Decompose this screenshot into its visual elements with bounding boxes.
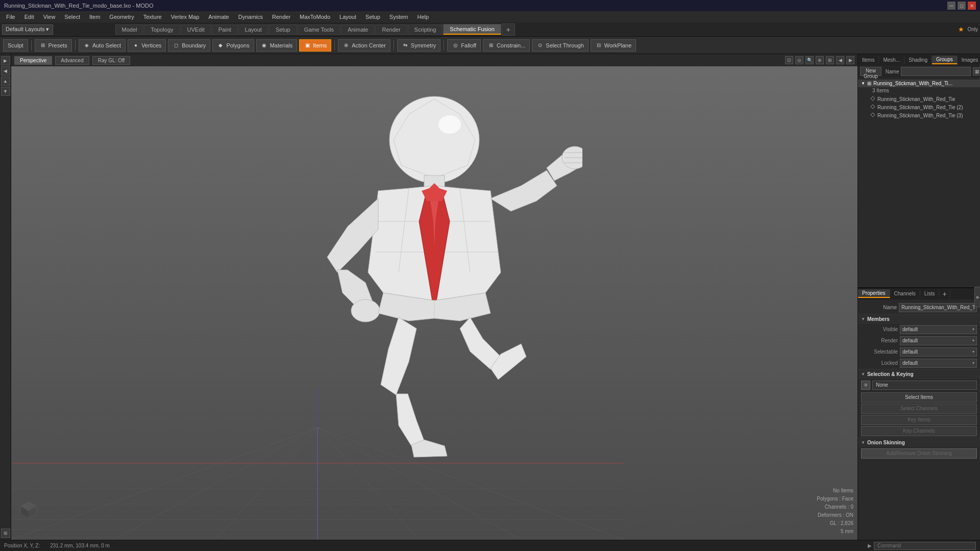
tab-animate[interactable]: Animate	[341, 24, 375, 35]
viewport-tab-perspective[interactable]: Perspective	[14, 56, 52, 65]
menu-item[interactable]: Item	[85, 13, 104, 21]
symmetry-label: Symmetry	[411, 42, 436, 48]
vp-icon-7[interactable]: ▶	[846, 56, 854, 64]
tab-schematicfusion[interactable]: Schematic Fusion	[443, 24, 501, 35]
tab-mesh[interactable]: Mesh...	[879, 56, 904, 64]
minimize-button[interactable]: ─	[947, 2, 955, 10]
sidebar-btn-1[interactable]: ▶	[1, 56, 10, 65]
workplane-button[interactable]: ⊟ WorkPlane	[591, 39, 636, 52]
symmetry-button[interactable]: ⇆ Symmetry	[397, 39, 441, 52]
sidebar-btn-2[interactable]: ◀	[1, 66, 10, 76]
items-button[interactable]: ▣ Items	[299, 39, 331, 52]
menu-animate[interactable]: Animate	[204, 13, 233, 21]
presets-button[interactable]: ⊞ Presets	[35, 39, 72, 52]
tab-scripting[interactable]: Scripting	[408, 24, 443, 35]
tab-paint[interactable]: Paint	[212, 24, 238, 35]
menu-view[interactable]: View	[39, 13, 60, 21]
vp-icon-4[interactable]: ⊕	[816, 56, 824, 64]
vp-icon-1[interactable]: ⊡	[785, 56, 793, 64]
group-name-input[interactable]	[901, 67, 971, 76]
keying-grid-icon[interactable]: ⊞	[861, 381, 870, 390]
maximize-button[interactable]: □	[958, 2, 966, 10]
select-items-button[interactable]: Select Items	[861, 392, 977, 403]
add-remove-onion-button[interactable]: Add/Remove Onion Skinning	[861, 448, 977, 459]
right-edge-tab[interactable]: ▶	[974, 287, 980, 307]
tab-add-bottom[interactable]: +	[939, 289, 950, 299]
command-input[interactable]	[874, 542, 976, 550]
selectthrough-button[interactable]: ⊙ Select Through	[532, 39, 588, 52]
sidebar-btn-5[interactable]: ⊞	[1, 529, 10, 538]
item-group-stickman[interactable]: ▼ ⊞ Running_Stickman_With_Red_Ti...	[858, 80, 980, 87]
menu-system[interactable]: System	[385, 13, 412, 21]
key-items-button[interactable]: Key Items	[861, 415, 977, 425]
item-entry-3[interactable]: Running_Stickman_With_Red_Tie (3)	[858, 111, 980, 119]
viewport[interactable]: Perspective Advanced Ray GL: Off ⊡ ◎ 🔍 ⊕…	[11, 54, 857, 540]
name-prop-input[interactable]	[899, 303, 977, 312]
tab-lists[interactable]: Lists	[920, 290, 940, 297]
sculpt-button[interactable]: Sculpt	[3, 39, 28, 52]
rpanel-filter-btn[interactable]: ▦	[973, 67, 980, 76]
menu-setup[interactable]: Setup	[361, 13, 384, 21]
tab-gametools[interactable]: Game Tools	[298, 24, 341, 35]
menu-maxtomodo[interactable]: MaxToModo	[296, 13, 334, 21]
menu-layout[interactable]: Layout	[335, 13, 360, 21]
tab-setup[interactable]: Setup	[269, 24, 297, 35]
tab-items[interactable]: Items	[858, 56, 879, 64]
viewport-background: No Items Polygons : Face Channels : 0 De…	[11, 66, 857, 540]
materials-button[interactable]: ◉ Materials	[256, 39, 298, 52]
tab-channels[interactable]: Channels	[890, 290, 920, 297]
new-group-button[interactable]: New Group	[860, 67, 881, 76]
vp-icon-2[interactable]: ◎	[795, 56, 803, 64]
menu-texture[interactable]: Texture	[139, 13, 166, 21]
selectable-dropdown[interactable]: default ▾	[900, 347, 977, 357]
tab-render[interactable]: Render	[375, 24, 407, 35]
viewport-tab-advanced[interactable]: Advanced	[55, 56, 89, 65]
vp-icon-3[interactable]: 🔍	[805, 56, 814, 64]
selectionkeying-section-header[interactable]: ▼ Selection & Keying	[858, 369, 980, 379]
tab-topology[interactable]: Topology	[144, 24, 180, 35]
viewport-tab-raygl[interactable]: Ray GL: Off	[92, 56, 131, 65]
workplane-label: WorkPlane	[604, 42, 632, 48]
key-channels-button[interactable]: Key Channels	[861, 426, 977, 436]
boundary-button[interactable]: ◻ Boundary	[168, 39, 210, 52]
members-section-header[interactable]: ▼ Members	[858, 314, 980, 324]
symmetry-icon: ⇆	[402, 42, 409, 49]
layout-dropdown[interactable]: Default Layouts ▾	[2, 24, 53, 35]
render-dropdown[interactable]: default ▾	[900, 336, 977, 345]
sidebar-btn-3[interactable]: ▲	[1, 77, 10, 86]
close-button[interactable]: ✕	[968, 2, 976, 10]
menu-vertexmap[interactable]: Vertex Map	[167, 13, 204, 21]
actioncenter-button[interactable]: ⊕ Action Center	[338, 39, 390, 52]
polygons-button[interactable]: ◆ Polygons	[212, 39, 254, 52]
boundary-icon: ◻	[173, 42, 180, 49]
tab-layout[interactable]: Layout	[238, 24, 268, 35]
menu-dynamics[interactable]: Dynamics	[234, 13, 267, 21]
item-entry-2[interactable]: Running_Stickman_With_Red_Tie (2)	[858, 103, 980, 111]
tab-model[interactable]: Model	[115, 24, 144, 35]
vp-icon-6[interactable]: ◀	[836, 56, 844, 64]
select-channels-button[interactable]: Select Channels	[861, 404, 977, 414]
visible-dropdown[interactable]: default ▾	[900, 325, 977, 334]
menu-render[interactable]: Render	[268, 13, 295, 21]
menu-edit[interactable]: Edit	[20, 13, 38, 21]
tab-images[interactable]: Images	[958, 56, 980, 64]
selectable-label: Selectable	[861, 349, 898, 355]
tab-uvedit[interactable]: UVEdit	[181, 24, 211, 35]
constraint-button[interactable]: ⊞ Constrain...	[483, 39, 530, 52]
tab-properties[interactable]: Properties	[858, 289, 890, 298]
menu-geometry[interactable]: Geometry	[105, 13, 138, 21]
item-entry-1[interactable]: Running_Stickman_With_Red_Tie	[858, 95, 980, 103]
falloff-button[interactable]: ◎ Falloff	[447, 39, 481, 52]
tab-groups[interactable]: Groups	[932, 56, 958, 64]
menu-help[interactable]: Help	[413, 13, 433, 21]
sidebar-btn-4[interactable]: ▼	[1, 87, 10, 96]
vertices-button[interactable]: ● Vertices	[128, 39, 166, 52]
vp-icon-5[interactable]: ⊞	[826, 56, 834, 64]
locked-dropdown[interactable]: default ▾	[900, 359, 977, 368]
onionskinning-section-header[interactable]: ▼ Onion Skinning	[858, 437, 980, 447]
menu-file[interactable]: File	[2, 13, 19, 21]
tab-add[interactable]: +	[502, 23, 515, 36]
menu-select[interactable]: Select	[60, 13, 84, 21]
autoselect-button[interactable]: ◈ Auto Select	[79, 39, 126, 52]
tab-shading[interactable]: Shading	[904, 56, 932, 64]
